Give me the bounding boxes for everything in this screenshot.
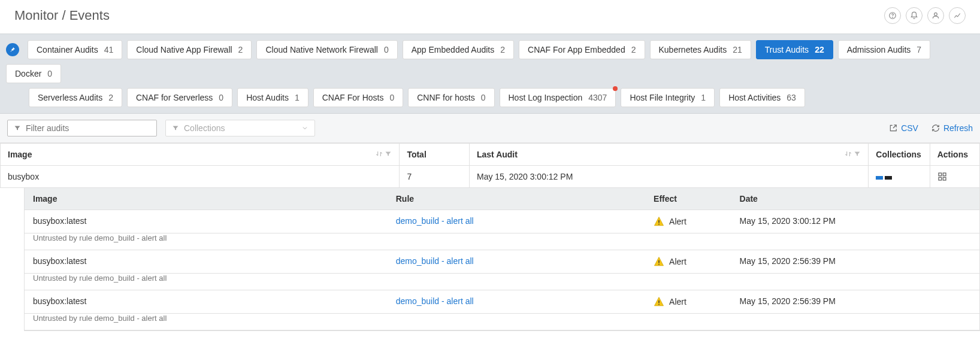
bell-icon[interactable] [906, 7, 922, 24]
help-icon[interactable] [884, 7, 901, 24]
filter-icon[interactable] [385, 150, 392, 157]
chart-icon[interactable] [949, 7, 966, 24]
tab-label: Host Audits [246, 93, 289, 102]
tab-count: 7 [917, 45, 921, 54]
tab-container-audits[interactable]: Container Audits41 [28, 40, 122, 59]
tab-count: 0 [47, 69, 52, 78]
tab-label: Admission Audits [847, 45, 911, 54]
svg-rect-11 [658, 301, 660, 304]
cell-image: busybox [1, 166, 400, 188]
filter-icon[interactable] [854, 150, 861, 157]
tab-cnaf-for-app-embedded[interactable]: CNAF For App Embedded2 [519, 40, 645, 59]
toolbar: Collections CSV Refresh [0, 114, 980, 143]
tab-host-file-integrity[interactable]: Host File Integrity1 [621, 88, 715, 107]
detail-sub: Untrusted by rule demo_build - alert all [25, 314, 979, 330]
tab-admission-audits[interactable]: Admission Audits7 [838, 40, 930, 59]
filter-input[interactable] [26, 123, 150, 133]
grid-icon[interactable] [937, 172, 972, 181]
cell-last-audit: May 15, 2020 3:00:12 PM [469, 166, 868, 188]
dh-effect[interactable]: Effect [645, 188, 731, 210]
tab-app-embedded-audits[interactable]: App Embedded Audits2 [403, 40, 514, 59]
tabs-row-2: Serverless Audits2CNAF for Serverless0Ho… [6, 88, 974, 107]
tab-label: CNNF for hosts [417, 93, 474, 102]
collections-select[interactable]: Collections [165, 120, 315, 136]
csv-label: CSV [901, 123, 918, 133]
tab-count: 0 [384, 45, 389, 54]
detail-row[interactable]: busybox:latestdemo_build - alert allAler… [25, 250, 979, 274]
tab-count: 4307 [588, 93, 607, 102]
dr-rule: demo_build - alert all [388, 250, 645, 273]
th-total[interactable]: Total [400, 144, 470, 166]
svg-rect-3 [939, 173, 942, 176]
alert-icon [654, 216, 664, 227]
detail-row[interactable]: busybox:latestdemo_build - alert allAler… [25, 210, 979, 233]
dh-image[interactable]: Image [25, 188, 388, 210]
detail-header: Image Rule Effect Date [25, 188, 979, 210]
tab-label: Host File Integrity [630, 93, 695, 102]
sort-icon[interactable] [375, 150, 383, 158]
user-icon[interactable] [927, 7, 944, 24]
th-image[interactable]: Image [1, 144, 400, 166]
dh-date[interactable]: Date [731, 188, 979, 210]
cell-total: 7 [400, 166, 470, 188]
tab-kubernetes-audits[interactable]: Kubernetes Audits21 [650, 40, 751, 59]
svg-rect-4 [943, 173, 946, 176]
refresh-button[interactable]: Refresh [931, 123, 973, 133]
sort-icon[interactable] [844, 150, 852, 158]
dr-effect: Alert [645, 290, 731, 313]
tab-label: Serverless Audits [38, 93, 102, 102]
tab-count: 21 [733, 45, 742, 54]
rule-link[interactable]: demo_build - alert all [396, 296, 474, 306]
alert-icon [654, 296, 664, 307]
alert-icon [654, 256, 664, 267]
tab-serverless-audits[interactable]: Serverless Audits2 [29, 88, 122, 107]
dr-effect: Alert [645, 250, 731, 273]
tab-count: 0 [389, 93, 394, 102]
dr-rule: demo_build - alert all [388, 210, 645, 233]
svg-rect-7 [658, 220, 660, 223]
filter-input-box[interactable] [7, 120, 157, 136]
dr-date: May 15, 2020 3:00:12 PM [731, 210, 979, 233]
audits-table: Image Total Last Audit Collections Actio… [0, 143, 980, 188]
dr-image: busybox:latest [25, 210, 388, 233]
tab-host-log-inspection[interactable]: Host Log Inspection4307 [500, 88, 616, 107]
svg-rect-6 [943, 177, 946, 180]
tab-label: CNAF For Hosts [322, 93, 384, 102]
detail-row[interactable]: busybox:latestdemo_build - alert allAler… [25, 290, 979, 314]
tab-cloud-native-app-firewall[interactable]: Cloud Native App Firewall2 [127, 40, 252, 59]
tab-trust-audits[interactable]: Trust Audits22 [756, 40, 833, 59]
tab-cloud-native-network-firewall[interactable]: Cloud Native Network Firewall0 [256, 40, 397, 59]
tab-cnaf-for-serverless[interactable]: CNAF for Serverless0 [127, 88, 232, 107]
tabs-bar: Container Audits41Cloud Native App Firew… [0, 34, 980, 114]
tabs-row-1: Container Audits41Cloud Native App Firew… [6, 40, 974, 83]
tab-host-activities[interactable]: Host Activities63 [719, 88, 805, 107]
tab-count: 1 [701, 93, 706, 102]
tab-count: 2 [108, 93, 113, 102]
dr-date: May 15, 2020 2:56:39 PM [731, 290, 979, 313]
dr-image: busybox:latest [25, 290, 388, 313]
effect-label: Alert [669, 217, 686, 226]
tab-count: 22 [815, 45, 824, 54]
tab-cnaf-for-hosts[interactable]: CNAF For Hosts0 [313, 88, 403, 107]
rule-link[interactable]: demo_build - alert all [396, 256, 474, 266]
table-row[interactable]: busybox 7 May 15, 2020 3:00:12 PM [1, 166, 980, 188]
dr-date: May 15, 2020 2:56:39 PM [731, 250, 979, 273]
tab-label: Cloud Native Network Firewall [265, 45, 378, 54]
th-last-audit[interactable]: Last Audit [469, 144, 868, 166]
tab-label: CNAF for Serverless [136, 93, 213, 102]
csv-button[interactable]: CSV [889, 123, 918, 133]
tab-host-audits[interactable]: Host Audits1 [237, 88, 308, 107]
dh-rule[interactable]: Rule [388, 188, 645, 210]
svg-point-1 [893, 17, 893, 18]
tab-label: Trust Audits [765, 45, 809, 54]
th-actions: Actions [930, 144, 979, 166]
tab-label: CNAF For App Embedded [528, 45, 625, 54]
tab-cnnf-for-hosts[interactable]: CNNF for hosts0 [408, 88, 494, 107]
svg-rect-9 [658, 260, 660, 263]
detail-sub: Untrusted by rule demo_build - alert all [25, 233, 979, 250]
tab-count: 63 [787, 93, 796, 102]
th-collections[interactable]: Collections [869, 144, 930, 166]
tab-docker[interactable]: Docker0 [6, 64, 61, 83]
rule-link[interactable]: demo_build - alert all [396, 216, 474, 226]
pin-icon[interactable] [6, 43, 19, 56]
